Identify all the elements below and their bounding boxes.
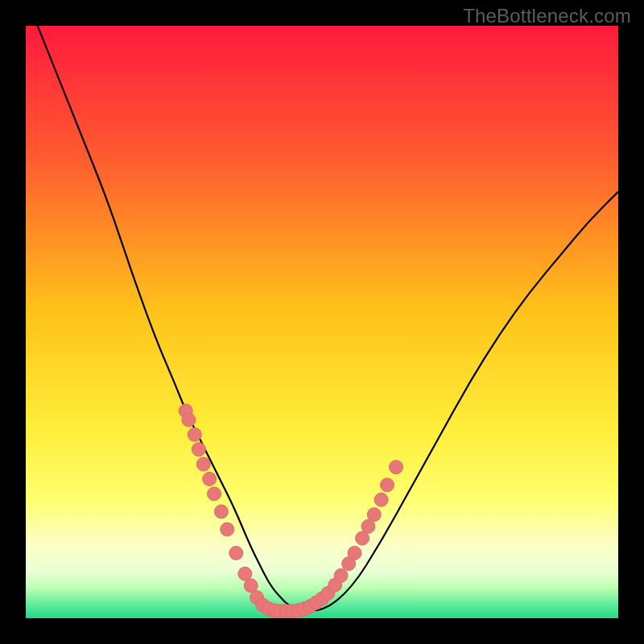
- data-point: [182, 413, 196, 427]
- data-point: [214, 505, 228, 518]
- data-point: [229, 547, 243, 560]
- data-point: [374, 493, 388, 506]
- data-point: [196, 457, 210, 471]
- chart-frame: TheBottleneck.com: [0, 0, 644, 644]
- data-point: [203, 473, 217, 486]
- data-point: [367, 508, 381, 522]
- data-point: [390, 460, 403, 474]
- data-point: [208, 487, 221, 501]
- bottleneck-curve: [38, 26, 618, 611]
- data-point: [334, 569, 348, 583]
- data-point: [188, 427, 201, 441]
- plot-area: [26, 26, 618, 618]
- data-point: [221, 522, 234, 536]
- data-point: [192, 443, 205, 456]
- curve-layer: [26, 26, 618, 618]
- watermark-text: TheBottleneck.com: [463, 5, 631, 27]
- data-point: [380, 478, 394, 492]
- data-point: [348, 547, 361, 560]
